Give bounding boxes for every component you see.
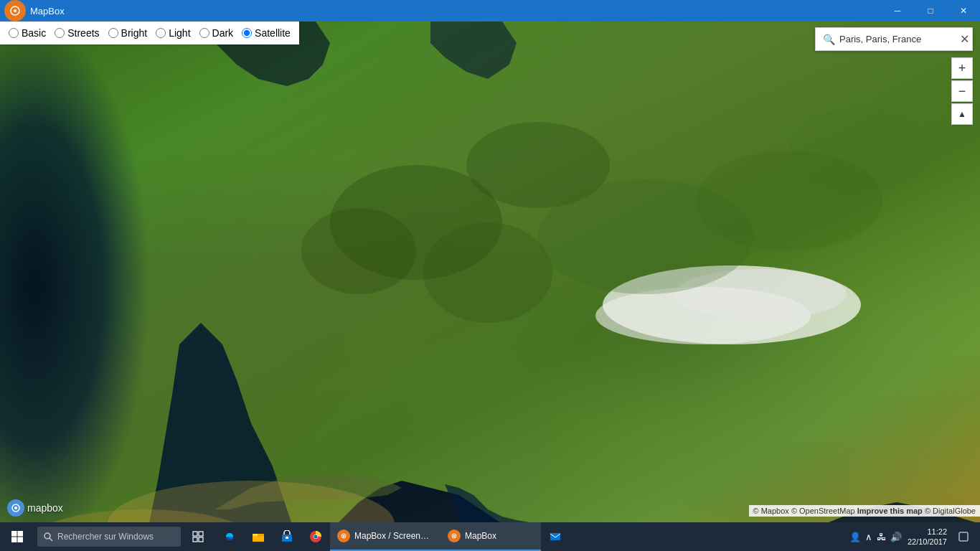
network-icon[interactable]: 🖧 [877, 532, 886, 542]
taskbar-right: 👤 ∧ 🖧 🔊 11:22 22/10/2017 [844, 522, 980, 551]
svg-line-22 [50, 538, 52, 541]
taskbar-apps: MapBox / Screensh... MapBox [212, 522, 844, 551]
zoom-out-button[interactable]: − [951, 80, 973, 102]
mapbox-app-icon-2 [448, 529, 461, 542]
edge-button[interactable] [215, 522, 244, 551]
svg-point-21 [44, 533, 50, 539]
mapbox-logo: mapbox [7, 499, 63, 517]
radio-bright-label: Bright [121, 27, 148, 39]
map-controls: + − ▲ [951, 57, 973, 126]
radio-light-input[interactable] [156, 28, 166, 38]
map-terrain [0, 22, 980, 522]
app-icon [4, 0, 26, 22]
close-button[interactable]: ✕ [947, 0, 980, 22]
reset-bearing-button[interactable]: ▲ [951, 103, 973, 125]
radio-satellite[interactable]: Satellite [242, 27, 291, 39]
svg-point-12 [789, 108, 933, 194]
radio-satellite-input[interactable] [242, 28, 252, 38]
mapbox-app-label-2: MapBox [465, 531, 496, 541]
file-explorer-button[interactable] [244, 522, 273, 551]
attribution-mapbox: © Mapbox [753, 507, 789, 515]
clock[interactable]: 11:22 22/10/2017 [905, 527, 950, 547]
mapbox-taskbar-button-1[interactable]: MapBox / Screensh... [330, 522, 440, 551]
svg-rect-40 [959, 532, 968, 541]
radio-light-label: Light [169, 27, 190, 39]
clear-search-button[interactable]: ✕ [960, 32, 969, 46]
svg-rect-28 [253, 534, 258, 536]
svg-rect-20 [18, 537, 24, 543]
radio-basic-label: Basic [22, 27, 46, 39]
clock-time: 11:22 [908, 527, 947, 537]
radio-bright[interactable]: Bright [108, 27, 148, 39]
taskbar-search[interactable]: Rechercher sur Windows [37, 527, 181, 547]
svg-point-38 [453, 535, 456, 537]
window-controls: ─ □ ✕ [881, 0, 980, 22]
radio-dark[interactable]: Dark [199, 27, 234, 39]
radio-basic[interactable]: Basic [9, 27, 46, 39]
svg-rect-17 [11, 531, 17, 537]
svg-point-16 [14, 507, 17, 509]
radio-bright-input[interactable] [108, 28, 118, 38]
maximize-button[interactable]: □ [914, 0, 947, 22]
attribution: © Mapbox © OpenStreetMap Improve this ma… [749, 505, 980, 517]
svg-rect-25 [193, 537, 197, 542]
notification-button[interactable] [953, 522, 974, 551]
controls-bar: Basic Streets Bright Light Dark Satellit… [0, 22, 299, 44]
radio-light[interactable]: Light [156, 27, 190, 39]
svg-point-1 [14, 9, 17, 12]
search-box: 🔍 ✕ [815, 27, 973, 51]
mapbox-app-icon-1 [337, 529, 350, 542]
show-hidden-icon[interactable]: ∧ [865, 532, 872, 542]
radio-streets-label: Streets [67, 27, 99, 39]
svg-rect-26 [199, 537, 203, 542]
store-button[interactable] [273, 522, 301, 551]
radio-satellite-label: Satellite [255, 27, 291, 39]
svg-rect-30 [286, 537, 288, 539]
svg-point-8 [423, 222, 552, 323]
svg-rect-39 [550, 533, 560, 540]
radio-streets-input[interactable] [55, 28, 65, 38]
title-bar: MapBox ─ □ ✕ [0, 0, 980, 22]
svg-rect-19 [11, 537, 17, 543]
taskbar-search-text: Rechercher sur Windows [57, 532, 154, 542]
people-icon[interactable]: 👤 [849, 532, 861, 542]
mapbox-taskbar-button-2[interactable]: MapBox [440, 522, 541, 551]
chrome-button[interactable] [301, 522, 330, 551]
taskbar: Rechercher sur Windows [0, 522, 980, 551]
svg-point-34 [314, 535, 318, 539]
svg-rect-24 [199, 532, 203, 536]
search-input[interactable] [839, 34, 960, 44]
mapbox-logo-text: mapbox [27, 502, 63, 514]
task-view-button[interactable] [184, 522, 212, 551]
attribution-osm: © OpenStreetMap [791, 507, 855, 515]
start-button[interactable] [0, 522, 34, 551]
radio-basic-input[interactable] [9, 28, 19, 38]
minimize-button[interactable]: ─ [881, 0, 914, 22]
radio-streets[interactable]: Streets [55, 27, 99, 39]
mapbox-logo-icon [7, 499, 24, 517]
volume-icon[interactable]: 🔊 [890, 532, 902, 542]
mail-button[interactable] [541, 522, 570, 551]
svg-point-9 [301, 208, 416, 294]
search-icon: 🔍 [823, 34, 835, 45]
svg-rect-23 [193, 532, 197, 536]
clock-date: 22/10/2017 [908, 537, 947, 547]
svg-point-36 [343, 535, 345, 537]
zoom-in-button[interactable]: + [951, 57, 973, 79]
app-title: MapBox [30, 6, 881, 17]
attribution-improve[interactable]: Improve this map [857, 507, 923, 515]
system-icons: 👤 ∧ 🖧 🔊 [849, 532, 902, 542]
mapbox-app-label-1: MapBox / Screensh... [354, 531, 433, 541]
map-area[interactable] [0, 22, 980, 522]
svg-rect-18 [18, 531, 24, 537]
attribution-digital-globe: © DigitalGlobe [925, 507, 976, 515]
radio-dark-label: Dark [212, 27, 234, 39]
radio-dark-input[interactable] [199, 28, 209, 38]
